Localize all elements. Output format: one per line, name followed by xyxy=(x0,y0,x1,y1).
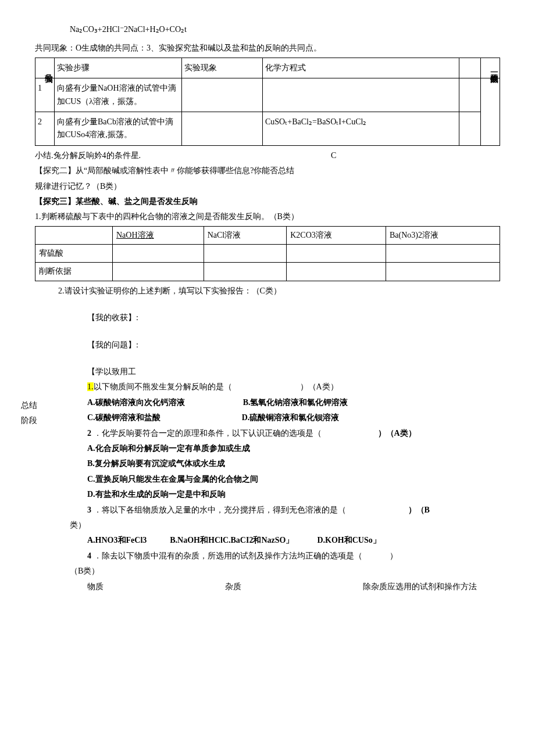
inquiry2-line1: 【探究二】从“局部酸碱或溶解性表中〃你能够获得哪些信息?你能否总结 xyxy=(35,164,500,177)
summary-c: C xyxy=(331,151,336,160)
solubility-table: NaOH溶液 NaCl溶液 K2CO3溶液 Ba(No3)2溶液 宥硫酸 削断依… xyxy=(35,226,500,281)
q2-A: A.化合反响和分解反响一定有单质参加或生成 xyxy=(87,442,500,455)
q1-opts-ab: A.碳酸钠溶液向次化钙溶液 B.氢氧化钠溶液和氯化钾溶液 xyxy=(87,396,500,409)
q3-stem: 3 ．将以下各组物质放入足量的水中，充分搅拌后，得到无色溶液的是（ ）（B xyxy=(87,504,500,517)
cell-step: 向盛有少量NaOH溶液的试管中滴加CUS（λ溶液，振荡。 xyxy=(55,78,182,112)
q2-stem: 2 ．化学反响要符合一定的原理和条件，以下认识正确的选项是（ ）（A类） xyxy=(87,427,500,440)
th-bano3: Ba(No3)2溶液 xyxy=(386,226,500,244)
q1-stem: 1.以下物质间不熊发生复分解反响的是（ ）（A类） xyxy=(87,381,500,393)
cell-blank xyxy=(459,112,481,145)
q2-D: D.有盐和水生成的反响一定是中和反响 xyxy=(87,488,500,501)
my-question: 【我的问题】: xyxy=(87,339,500,352)
q4-h3: 除杂质应选用的试剂和操作方法 xyxy=(363,581,477,593)
q2-no: 2 xyxy=(87,429,91,438)
q3-no: 3 xyxy=(87,506,91,514)
q1-no: 1. xyxy=(87,382,94,391)
cell-common xyxy=(481,78,500,146)
cell-phen xyxy=(182,112,263,145)
q1-C: C.碳酸钾溶液和盐酸 xyxy=(87,411,160,424)
th-k2co3: K2CO3溶液 xyxy=(287,226,386,244)
my-harvest: 【我的收获】: xyxy=(87,311,500,324)
q1-text: 以下物质间不熊发生复分解反响的是（ xyxy=(94,382,232,391)
cell-blank xyxy=(459,78,481,112)
q3-opts: A.HNO3和FeCl3 B.NaOH和HClC.BaCI2和NazSO」 D.… xyxy=(87,534,500,547)
q1-D: D.硫酸铜溶液和氯化钡溶液 xyxy=(242,411,340,424)
th-naoh: NaOH溶液 xyxy=(113,226,204,244)
inquiry2-line2: 规律进行记忆？（B类） xyxy=(35,180,500,193)
cell-no: 1 xyxy=(35,78,55,112)
cell-phen xyxy=(182,78,263,112)
q4-blank: ） xyxy=(390,551,398,560)
th-blank xyxy=(35,226,113,244)
q3-text: ．将以下各组物质放入足量的水中，充分搅拌后，得到无色溶液的是（ xyxy=(94,506,346,514)
th-equation: 化学方程式 xyxy=(263,58,459,78)
q2-B: B.复分解反响要有沉淀或气体或水生成 xyxy=(87,457,500,470)
q1-B: B.氢氧化钠溶液和氯化钾溶液 xyxy=(243,396,348,409)
q2-text: ．化学反响要符合一定的原理和条件，以下认识正确的选项是（ xyxy=(94,429,322,438)
cell-h2so4: 宥硫酸 xyxy=(35,245,113,263)
q1-opts-cd: C.碳酸钾溶液和盐酸 D.硫酸铜溶液和氯化钡溶液 xyxy=(87,411,500,424)
summary-line: 小结.兔分解反响妗4的条件星. C xyxy=(35,149,500,162)
inquiry3-title: 【探究三】某些酸、碱、盐之间是否发生反响 xyxy=(35,195,500,208)
study-apply: 【学以致用工 xyxy=(87,366,500,378)
table-row: 削断依据 xyxy=(35,263,500,281)
q2-C: C.置换反响只能发生在金属与金属的化合物之间 xyxy=(87,473,500,486)
q4-text: ．除去以下物质中混有的杂质，所选用的试剂及操作方法均正确的选项是（ xyxy=(94,551,362,560)
q4-no: 4 xyxy=(87,551,91,560)
q4-h2: 杂质 xyxy=(225,581,241,593)
th-phenomenon: 实验现象 xyxy=(182,58,263,78)
table-row: 2 向盛有少量BaCb溶液的试管中滴加CUSo4溶液,振荡。 CuSOₜ+BaC… xyxy=(35,112,500,145)
q4-headers: 物质 杂质 除杂质应选用的试剂和操作方法 xyxy=(87,581,477,593)
th-common-point: 一物同成共生的点 xyxy=(481,58,500,78)
th-blank xyxy=(459,58,481,78)
cell-basis: 削断依据 xyxy=(35,263,113,281)
cell-no: 2 xyxy=(35,112,55,145)
q2-blank: ）（A类） xyxy=(378,429,416,438)
cell-step: 向盛有少量BaCb溶液的试管中滴加CUSo4溶液,振荡。 xyxy=(55,112,182,145)
q3-D: D.KOH和CUSo」 xyxy=(317,534,380,547)
q3-tail: 类） xyxy=(70,519,500,532)
summary-text: 小结.兔分解反响妗4的条件星. xyxy=(35,151,141,160)
cell-eq xyxy=(263,78,459,112)
table-row: 宥硫酸 xyxy=(35,245,500,263)
q1-blank: ）（A类） xyxy=(300,382,338,391)
inquiry3-item2: 2.请设计实验证明你的上述判断，填写以下实验报告：（C类） xyxy=(58,285,500,298)
experiment-table-1: 实验编号 实验步骤 实验现象 化学方程式 一物同成共生的点 1 向盛有少量NaO… xyxy=(35,58,500,146)
th-step: 实验步骤 xyxy=(55,58,182,78)
th-exp-no: 实验编号 xyxy=(35,58,55,78)
q4-h1: 物质 xyxy=(87,581,104,593)
inquiry3-item1: 1.判断稀硫酸与下表中的四种化合物的溶液之间是否能发生反响。（B类） xyxy=(35,210,500,223)
q1-A: A.碳酸钠溶液向次化钙溶液 xyxy=(87,396,185,409)
q4-tail: （B类） xyxy=(70,565,500,578)
table-row: 1 向盛有少量NaOH溶液的试管中滴加CUS（λ溶液，振荡。 xyxy=(35,78,500,112)
q3-B: B.NaOH和HClC.BaCI2和NazSO」 xyxy=(170,534,294,547)
chemical-formula: Na₂CO₃+2HCl⁻2NaCl+H₂O+CO₂t xyxy=(70,23,500,36)
sidebar-stage-label: 总结阶段 xyxy=(17,398,41,427)
common-phenomenon-line: 共同现象：O生成物的共同点：3、实验探究盐和碱以及盐和盐的反响的共同点。 xyxy=(35,42,500,55)
cell-eq: CuSOₜ+BaCl₂=BaSOₜI+CuCl₂ xyxy=(263,112,459,145)
q4-stem: 4 ．除去以下物质中混有的杂质，所选用的试剂及操作方法均正确的选项是（ ） xyxy=(87,550,500,562)
q3-A: A.HNO3和FeCl3 xyxy=(87,534,147,547)
th-nacl: NaCl溶液 xyxy=(204,226,287,244)
q3-blank: ）（B xyxy=(408,506,430,514)
